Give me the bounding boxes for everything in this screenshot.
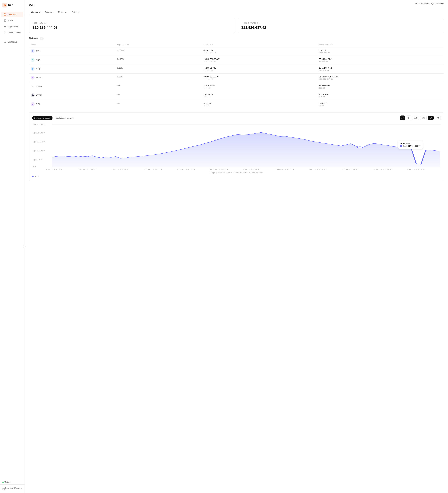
svg-point-12 [5,32,5,32]
tokens-title: Tokens [29,37,38,40]
svg-point-18 [416,3,417,4]
svg-text:Oct 2022: Oct 2022 [46,168,63,170]
token-icon: N [31,84,35,88]
sidebar-item-applications[interactable]: Applications [1,24,23,29]
sidebar-collapse-button[interactable]: ‹ [23,245,26,248]
token-name-cell: M MATIC [31,76,114,79]
svg-text:$15M: $15M [33,141,45,143]
table-row[interactable]: N NEAR 0% 216.39 NEAR $244.52 57.99 NEAR… [29,82,444,91]
chevron-down-icon: ▾ [21,488,22,490]
bar-chart-icon [407,117,410,119]
app-name: Kiln [8,4,13,7]
tooltip-value: $14,706,223.57 [408,145,420,147]
time-btn-1y[interactable]: 1y [428,116,434,120]
sidebar-item-label-applications: Applications [8,25,18,28]
time-btn-30d[interactable]: 30d [412,116,419,120]
tokens-section-header: Tokens 7 [29,37,444,40]
tooltip-row: Total $14,706,223.57 [400,145,420,147]
token-repartition: 0% [115,82,202,91]
chart-tab-assets[interactable]: Evolution of assets [32,116,53,120]
svg-text:Dec 2022: Dec 2022 [111,168,129,170]
token-aus: 30,408.68 MATIC $15,985.33 [202,74,317,82]
line-chart-icon [401,117,404,119]
chart-tooltip: 30 Jul 2023 Total $14,706,223.57 [398,141,423,149]
svg-rect-8 [4,26,6,26]
token-rewards: 0.46 SOL $9.00 [317,100,444,109]
assets-chart: $25M $20M $15M $10M $5M 0 [32,123,441,171]
chart-area: $25M $20M $15M $10M $5M 0 [32,123,441,171]
tab-overview[interactable]: Overview [29,10,42,15]
kiln-logo-icon [2,3,7,8]
table-row[interactable]: ⬤ ATOM 0% 26.3 ATOM $193.31 7.87 ATOM $5… [29,91,444,100]
sidebar-item-label-stake: Stake [8,20,13,22]
svg-point-20 [45,22,45,23]
tokens-table-body: Ξ ETH 75.09% 4,830 ETH $7,648,594.80 352… [29,47,444,109]
tooltip-label: Total [403,145,407,147]
time-btn-all[interactable]: All [435,116,441,120]
token-repartition: 75.09% [115,47,202,56]
tab-settings[interactable]: Settings [69,10,82,15]
table-row[interactable]: ≡ SOL 0% 3.33 SOL $65.19 0.46 SOL $9.00 [29,100,444,109]
total-aus-value: $10,186,444.08 [33,25,232,30]
accounts-icon [431,2,434,5]
table-row[interactable]: Ξ ETH 75.09% 4,830 ETH $7,648,594.80 352… [29,47,444,56]
tab-accounts[interactable]: Accounts [42,10,56,15]
svg-rect-3 [4,15,5,16]
chart-line-icon-btn[interactable] [400,115,405,120]
token-name-cell: N NEAR [31,84,114,88]
token-symbol: ADA [36,59,40,61]
time-btn-6m[interactable]: 6m [420,116,427,120]
token-symbol: ATOM [36,94,42,97]
accounts-count-item: 3 accounts [431,2,444,5]
table-row[interactable]: A ADA 24.46% 10,045,986.38 ADA $2,491,50… [29,56,444,65]
col-total-rewards: total rewards [317,43,444,47]
sidebar-item-overview[interactable]: Overview [1,12,23,17]
sidebar-item-label-contact: Contact us [8,41,17,43]
chart-tab-rewards[interactable]: Evolution of rewards [54,116,75,120]
members-count: 27 members [418,2,429,5]
tooltip-date: 30 Jul 2023 [400,142,420,145]
token-icon: ⬤ [31,93,35,97]
sidebar-item-documentation[interactable]: Documentation [1,30,23,35]
stats-row: Total AUS $10,186,444.08 Total Rewards [29,19,444,33]
table-row[interactable]: ꜩ XTZ 0.29% 45,163.81 XTZ $29,855.86 16,… [29,65,444,74]
token-icon: M [31,76,35,79]
header-meta: 27 members 3 accounts [415,2,444,5]
sidebar-item-stake[interactable]: Stake [1,18,23,23]
svg-text:$5M: $5M [33,159,42,161]
sidebar: Kiln Overview Stake [0,0,25,493]
token-aus: 45,163.81 XTZ $29,855.86 [202,65,317,74]
token-repartition: 0.16% [115,74,202,82]
contact-icon [4,40,6,43]
token-symbol: XTZ [36,67,40,70]
user-profile[interactable]: martin.saldinger@kiln.fi Kiln ▾ [0,484,24,493]
col-repartition: repartition [115,43,202,47]
total-rewards-label: Total Rewards [241,22,440,24]
token-icon: ꜩ [31,67,35,71]
token-rewards: 57.99 NEAR $65.53 [317,82,444,91]
main-tabs: Overview Accounts Members Settings [29,10,444,15]
token-rewards: 21,589,680.15 MATIC $11,349,327.83 [317,74,444,82]
chart-bar-icon-btn[interactable] [406,115,411,120]
svg-rect-25 [408,118,408,119]
token-name-cell: A ADA [31,58,114,62]
svg-text:$10M: $10M [33,150,45,152]
table-row[interactable]: M MATIC 0.16% 30,408.68 MATIC $15,985.33… [29,74,444,82]
total-aus-card: Total AUS $10,186,444.08 [29,19,235,33]
chart-time-controls: 30d 6m 1y All [400,115,441,120]
token-name-cell: ꜩ XTZ [31,67,114,71]
legend-color-dot [32,176,33,177]
token-repartition: 0% [115,100,202,109]
sidebar-item-contact[interactable]: Contact us [1,39,23,45]
tokens-table-head: token repartition total AUS total reward… [29,43,444,47]
svg-text:$20M: $20M [33,132,45,134]
token-icon: A [31,58,35,62]
token-aus: 10,045,986.38 ADA $2,491,505.08 [202,56,317,65]
tab-members[interactable]: Members [56,10,69,15]
token-repartition: 24.46% [115,56,202,65]
logo-area: Kiln [0,0,24,10]
token-symbol: SOL [36,103,40,105]
token-name-cell: ≡ SOL [31,102,114,106]
chart-legend: Total [32,175,441,178]
svg-text:Apr 2023: Apr 2023 [243,168,260,170]
